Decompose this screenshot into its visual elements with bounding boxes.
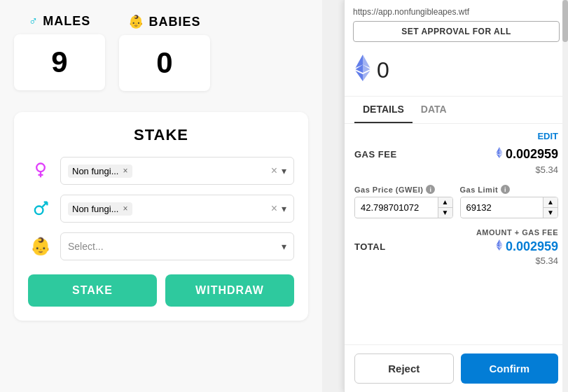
babies-label: BABIES xyxy=(148,15,200,29)
gas-price-info-icon[interactable]: i xyxy=(426,185,435,194)
eth-icon-large xyxy=(354,55,371,86)
amount-gas-label: AMOUNT + GAS FEE xyxy=(354,228,558,237)
gas-inputs-row: Gas Price (GWEI) i ▲ ▼ Gas Limit i xyxy=(354,185,558,218)
svg-point-3 xyxy=(35,206,43,215)
baby-stake-row: 👶 Select... ▾ xyxy=(28,232,294,260)
gas-limit-info-icon[interactable]: i xyxy=(501,185,510,194)
male-tag-close[interactable]: × xyxy=(123,204,128,214)
baby-row-icon: 👶 xyxy=(28,234,53,259)
total-row: TOTAL 0.002959 xyxy=(354,239,558,254)
metamask-panel: https://app.nonfungibleapes.wtf SET APPR… xyxy=(344,0,568,392)
female-select-controls: × ▾ xyxy=(271,164,286,177)
gas-price-label: Gas Price (GWEI) i xyxy=(354,185,453,194)
reject-button[interactable]: Reject xyxy=(354,354,454,384)
baby-select-placeholder: Select... xyxy=(68,241,104,252)
gas-fee-label: GAS FEE xyxy=(354,149,397,160)
male-select-tag: Non fungi... × xyxy=(68,202,132,216)
babies-stat: 👶 BABIES 0 xyxy=(119,14,210,91)
total-amount: 0.002959 xyxy=(506,239,558,254)
stake-button[interactable]: STAKE xyxy=(28,274,157,307)
gas-fee-row: GAS FEE 0.002959 xyxy=(354,147,558,162)
stake-buttons: STAKE WITHDRAW xyxy=(28,274,294,307)
edit-link[interactable]: EDIT xyxy=(354,131,558,141)
svg-point-0 xyxy=(36,164,45,172)
mm-amount-value: 0 xyxy=(377,57,389,83)
baby-select-field[interactable]: Select... ▾ xyxy=(60,232,294,260)
gas-price-input-wrapper: ▲ ▼ xyxy=(354,197,453,218)
scrollbar-thumb[interactable] xyxy=(562,0,568,42)
left-panel: ♂ MALES 9 👶 BABIES 0 STAKE xyxy=(0,0,322,392)
baby-emoji: 👶 xyxy=(30,237,51,256)
mm-actions: Reject Confirm xyxy=(345,344,568,392)
gas-fee-amount: 0.002959 xyxy=(506,147,558,162)
males-header: ♂ MALES xyxy=(29,14,91,29)
female-stake-row: Non fungi... × × ▾ xyxy=(28,157,294,185)
gas-fee-usd: $5.34 xyxy=(354,164,558,175)
mm-url-bar: https://app.nonfungibleapes.wtf xyxy=(345,0,568,21)
male-arrow-icon[interactable]: ▾ xyxy=(282,203,286,214)
total-value: 0.002959 xyxy=(496,239,558,254)
mm-tabs: DETAILS DATA xyxy=(345,97,568,124)
gas-fee-eth-icon xyxy=(496,147,503,162)
tab-data[interactable]: DATA xyxy=(413,97,455,123)
tab-details[interactable]: DETAILS xyxy=(354,97,413,123)
confirm-button[interactable]: Confirm xyxy=(461,354,559,384)
female-select-field[interactable]: Non fungi... × × ▾ xyxy=(60,157,294,185)
gas-limit-up[interactable]: ▲ xyxy=(543,197,557,208)
gas-limit-input-wrapper: ▲ ▼ xyxy=(460,197,559,218)
gas-price-up[interactable]: ▲ xyxy=(438,197,452,208)
male-row-icon xyxy=(28,196,53,221)
gas-price-stepper: ▲ ▼ xyxy=(438,197,452,218)
babies-count-box: 0 xyxy=(119,35,210,91)
stats-row: ♂ MALES 9 👶 BABIES 0 xyxy=(14,14,308,91)
babies-header: 👶 BABIES xyxy=(128,14,200,29)
gas-fee-value: 0.002959 xyxy=(496,147,558,162)
set-approval-button[interactable]: SET APPROVAL FOR ALL xyxy=(353,21,560,42)
gas-limit-stepper: ▲ ▼ xyxy=(543,197,557,218)
total-label: TOTAL xyxy=(354,241,386,252)
males-stat: ♂ MALES 9 xyxy=(14,14,105,91)
female-arrow-icon[interactable]: ▾ xyxy=(282,165,286,176)
babies-count: 0 xyxy=(156,46,172,80)
male-stake-row: Non fungi... × × ▾ xyxy=(28,195,294,223)
gas-limit-group: Gas Limit i ▲ ▼ xyxy=(460,185,559,218)
males-count-box: 9 xyxy=(14,34,105,90)
female-select-tag: Non fungi... × xyxy=(68,164,132,178)
gas-limit-label: Gas Limit i xyxy=(460,185,559,194)
stake-title: STAKE xyxy=(28,126,294,144)
mm-content: EDIT GAS FEE 0.002959 $5.34 xyxy=(345,124,568,344)
female-clear-icon[interactable]: × xyxy=(271,164,277,177)
baby-arrow-icon[interactable]: ▾ xyxy=(282,241,286,252)
gas-price-group: Gas Price (GWEI) i ▲ ▼ xyxy=(354,185,453,218)
male-icon: ♂ xyxy=(29,14,39,29)
baby-select-controls: ▾ xyxy=(282,241,286,252)
total-eth-icon xyxy=(496,239,503,254)
withdraw-button[interactable]: WITHDRAW xyxy=(165,274,294,307)
males-count: 9 xyxy=(51,46,67,79)
male-tag-text: Non fungi... xyxy=(72,204,119,214)
male-select-field[interactable]: Non fungi... × × ▾ xyxy=(60,195,294,223)
babies-icon: 👶 xyxy=(128,14,144,29)
gas-limit-input[interactable] xyxy=(461,198,543,217)
total-usd: $5.34 xyxy=(354,255,558,266)
males-label: MALES xyxy=(43,14,90,29)
gas-price-input[interactable] xyxy=(355,198,438,217)
male-select-controls: × ▾ xyxy=(271,202,286,215)
stake-section: STAKE Non fungi... × × ▾ xyxy=(14,112,308,321)
scrollbar-track xyxy=(562,0,568,392)
female-tag-text: Non fungi... xyxy=(72,166,119,176)
mm-amount-row: 0 xyxy=(345,49,568,97)
gas-limit-down[interactable]: ▼ xyxy=(543,208,557,218)
gas-price-down[interactable]: ▼ xyxy=(438,208,452,218)
male-clear-icon[interactable]: × xyxy=(271,202,277,215)
female-row-icon xyxy=(28,158,53,183)
female-tag-close[interactable]: × xyxy=(123,166,128,176)
